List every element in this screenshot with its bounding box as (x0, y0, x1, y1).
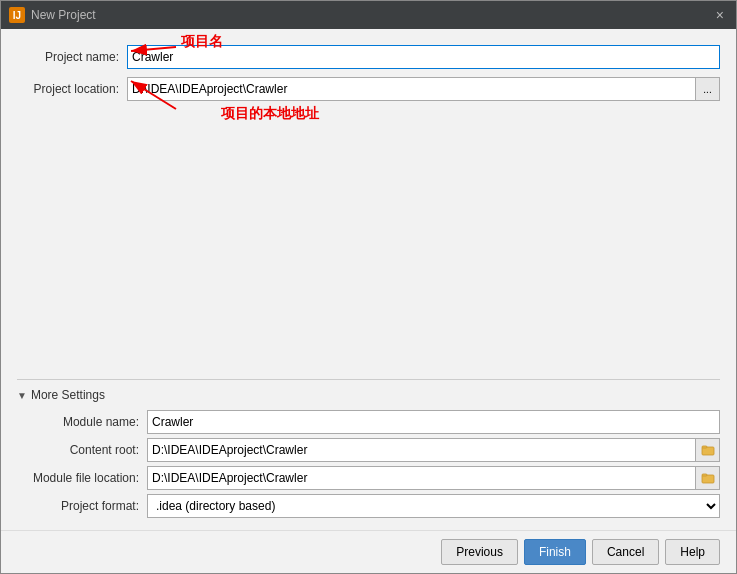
finish-button[interactable]: Finish (524, 539, 586, 565)
project-location-row: Project location: ... (17, 77, 720, 101)
title-bar: IJ New Project × (1, 1, 736, 29)
help-button[interactable]: Help (665, 539, 720, 565)
content-root-label: Content root: (17, 443, 147, 457)
module-name-label: Module name: (17, 415, 147, 429)
cancel-button[interactable]: Cancel (592, 539, 659, 565)
content-root-row: Content root: (17, 438, 720, 462)
dialog-title: New Project (31, 8, 96, 22)
collapse-icon: ▼ (17, 390, 27, 401)
project-location-input[interactable] (127, 77, 696, 101)
project-format-row: Project format: .idea (directory based) (17, 494, 720, 518)
project-format-select[interactable]: .idea (directory based) (147, 494, 720, 518)
content-root-browse-button[interactable] (696, 438, 720, 462)
more-settings-label: More Settings (31, 388, 105, 402)
more-settings-section: ▼ More Settings Module name: Content roo… (17, 379, 720, 518)
content-spacer (17, 109, 720, 379)
project-location-field: ... (127, 77, 720, 101)
title-bar-left: IJ New Project (9, 7, 96, 23)
previous-button[interactable]: Previous (441, 539, 518, 565)
project-name-label: Project name: (17, 50, 127, 64)
module-name-row: Module name: (17, 410, 720, 434)
content-root-input[interactable] (147, 438, 696, 462)
module-file-location-row: Module file location: (17, 466, 720, 490)
module-file-location-browse-button[interactable] (696, 466, 720, 490)
button-bar: Previous Finish Cancel Help (1, 530, 736, 573)
new-project-dialog: IJ New Project × 项目名 项目的本地 (0, 0, 737, 574)
project-format-label: Project format: (17, 499, 147, 513)
module-file-location-field (147, 466, 720, 490)
intellij-icon: IJ (9, 7, 25, 23)
svg-rect-5 (702, 446, 707, 448)
dialog-content: 项目名 项目的本地地址 Project name: Project locati… (1, 29, 736, 530)
project-name-input[interactable] (127, 45, 720, 69)
close-button[interactable]: × (712, 6, 728, 24)
project-location-label: Project location: (17, 82, 127, 96)
svg-rect-7 (702, 474, 707, 476)
module-file-location-label: Module file location: (17, 471, 147, 485)
project-location-browse-button[interactable]: ... (696, 77, 720, 101)
more-settings-header[interactable]: ▼ More Settings (17, 388, 720, 402)
content-root-field (147, 438, 720, 462)
folder-icon (701, 443, 715, 457)
module-name-input[interactable] (147, 410, 720, 434)
project-name-row: Project name: (17, 45, 720, 69)
folder-icon-2 (701, 471, 715, 485)
module-file-location-input[interactable] (147, 466, 696, 490)
more-settings-content: Module name: Content root: (17, 410, 720, 518)
